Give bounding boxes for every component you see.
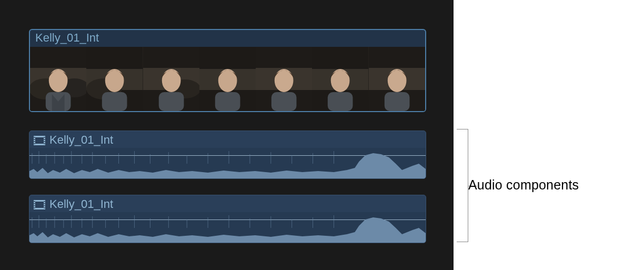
video-thumbnail — [256, 47, 312, 111]
svg-rect-70 — [34, 203, 35, 204]
svg-rect-71 — [34, 205, 35, 206]
video-thumbnail — [369, 47, 425, 111]
svg-rect-19 — [215, 92, 240, 111]
video-clip-title: Kelly_01_Int — [30, 30, 425, 47]
svg-rect-42 — [44, 141, 45, 142]
annotation-panel: Audio components — [454, 0, 644, 270]
svg-rect-66 — [35, 202, 44, 208]
video-thumbnail — [312, 47, 368, 111]
svg-point-30 — [387, 69, 406, 92]
svg-rect-74 — [44, 203, 45, 204]
svg-rect-41 — [44, 139, 45, 140]
svg-rect-33 — [35, 137, 44, 144]
audio-waveform[interactable] — [29, 148, 426, 178]
svg-point-22 — [275, 69, 294, 92]
svg-point-9 — [105, 69, 124, 92]
svg-point-14 — [162, 69, 180, 92]
film-icon — [34, 136, 45, 145]
audio-clip-label: Kelly_01_Int — [49, 197, 113, 211]
svg-rect-43 — [44, 143, 45, 144]
audio-clip-label: Kelly_01_Int — [49, 133, 113, 147]
annotation-label: Audio components — [468, 177, 579, 193]
video-thumbnails — [30, 47, 425, 111]
annotation-bracket — [457, 129, 468, 242]
video-thumbnail — [30, 47, 86, 111]
svg-rect-73 — [44, 201, 45, 202]
audio-component-clip[interactable]: Kelly_01_Int — [29, 131, 426, 179]
svg-rect-39 — [34, 143, 35, 144]
svg-rect-10 — [102, 92, 127, 111]
video-clip[interactable]: Kelly_01_Int — [29, 29, 426, 112]
svg-point-26 — [331, 69, 350, 92]
svg-rect-75 — [44, 205, 45, 206]
svg-rect-40 — [44, 137, 45, 138]
video-thumbnail — [86, 47, 143, 111]
film-icon — [34, 200, 45, 209]
svg-rect-69 — [34, 201, 35, 202]
video-thumbnail — [199, 47, 256, 111]
svg-rect-36 — [34, 137, 35, 138]
audio-component-clip[interactable]: Kelly_01_Int — [29, 195, 426, 243]
svg-rect-31 — [384, 92, 409, 111]
svg-point-4 — [49, 69, 68, 92]
svg-point-18 — [218, 69, 237, 92]
svg-rect-72 — [34, 207, 35, 208]
svg-rect-27 — [328, 92, 353, 111]
svg-rect-76 — [44, 207, 45, 208]
video-thumbnail — [143, 47, 199, 111]
svg-rect-15 — [158, 92, 184, 111]
audio-waveform[interactable] — [29, 212, 426, 243]
svg-rect-23 — [271, 92, 297, 111]
timeline-panel: Kelly_01_Int — [0, 0, 454, 270]
svg-rect-38 — [34, 141, 35, 142]
svg-rect-37 — [34, 139, 35, 140]
